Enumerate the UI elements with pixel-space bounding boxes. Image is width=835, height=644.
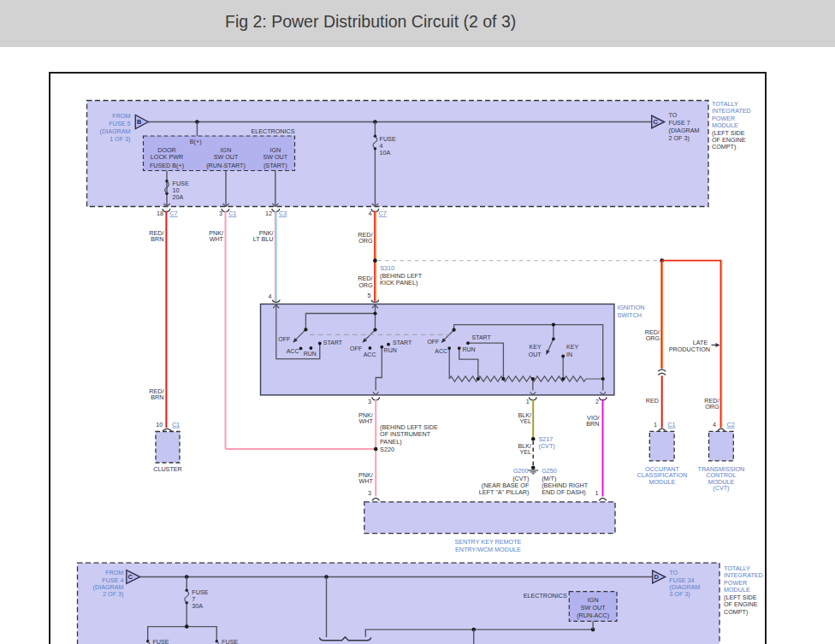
svg-text:LEFT "A" PILLAR): LEFT "A" PILLAR): [479, 488, 530, 496]
svg-text:OFF: OFF: [427, 339, 439, 345]
svg-text:ACC: ACC: [364, 352, 376, 357]
svg-text:BRN: BRN: [151, 235, 163, 243]
svg-text:ENTRY/WCM MODULE: ENTRY/WCM MODULE: [455, 546, 521, 553]
svg-text:(CVT): (CVT): [713, 484, 729, 492]
svg-text:START: START: [472, 334, 492, 340]
svg-text:FROM: FROM: [112, 112, 130, 120]
svg-text:TO: TO: [669, 111, 678, 119]
svg-text:ORG: ORG: [358, 281, 373, 289]
svg-text:B(+): B(+): [190, 138, 202, 145]
svg-text:5: 5: [368, 292, 371, 299]
svg-text:KEY: KEY: [566, 344, 578, 350]
svg-text:(DIAGRAM: (DIAGRAM: [669, 127, 700, 134]
svg-text:4: 4: [368, 210, 371, 217]
svg-text:C1: C1: [228, 210, 236, 217]
svg-text:3: 3: [368, 398, 371, 405]
svg-text:LOCK PWR: LOCK PWR: [151, 153, 183, 161]
svg-text:1: 1: [654, 421, 657, 428]
svg-text:ELECTRONICS: ELECTRONICS: [524, 592, 567, 600]
svg-text:2 OF 3): 2 OF 3): [669, 134, 690, 142]
svg-text:OUT: OUT: [529, 352, 542, 357]
svg-text:C7: C7: [379, 210, 387, 217]
svg-text:MODULE: MODULE: [649, 478, 676, 486]
svg-text:BRN: BRN: [586, 420, 599, 428]
svg-text:(RUN-START): (RUN-START): [206, 162, 246, 169]
svg-text:3 OF 3): 3 OF 3): [669, 590, 690, 598]
svg-text:YEL: YEL: [519, 417, 531, 425]
svg-text:10: 10: [156, 421, 163, 428]
svg-text:LT BLU: LT BLU: [253, 235, 274, 243]
svg-text:C1: C1: [667, 421, 675, 428]
svg-text:2: 2: [595, 398, 599, 405]
svg-text:OFF: OFF: [278, 336, 290, 342]
svg-text:20A: 20A: [173, 193, 184, 201]
svg-text:COMPT): COMPT): [712, 143, 736, 151]
svg-text:C3: C3: [279, 210, 287, 217]
svg-text:1: 1: [526, 398, 530, 405]
svg-text:C1: C1: [172, 421, 180, 428]
svg-text:OFF: OFF: [350, 346, 362, 352]
svg-text:1 OF 3): 1 OF 3): [110, 135, 130, 143]
svg-text:(DIAGRAM: (DIAGRAM: [100, 127, 131, 135]
svg-text:2 OF 3): 2 OF 3): [103, 590, 123, 598]
svg-text:FUSE 7: FUSE 7: [669, 119, 690, 127]
svg-text:SW OUT: SW OUT: [214, 153, 239, 161]
svg-text:D: D: [654, 573, 660, 581]
svg-text:4: 4: [713, 421, 716, 428]
svg-text:10A: 10A: [380, 149, 391, 157]
svg-text:3: 3: [368, 489, 371, 497]
svg-text:PANEL): PANEL): [380, 438, 401, 446]
svg-text:RUN: RUN: [304, 351, 317, 357]
svg-text:IN: IN: [566, 352, 572, 357]
svg-text:18: 18: [157, 210, 163, 217]
svg-text:S220: S220: [380, 446, 394, 453]
svg-text:KEY: KEY: [530, 344, 542, 350]
svg-text:START: START: [393, 340, 412, 346]
svg-text:KICK PANEL): KICK PANEL): [380, 279, 418, 287]
svg-text:SW OUT: SW OUT: [263, 153, 287, 161]
svg-text:ORG: ORG: [705, 403, 720, 411]
svg-text:FUSE 5: FUSE 5: [109, 120, 130, 127]
svg-text:ACC: ACC: [287, 348, 299, 354]
svg-text:B: B: [137, 118, 141, 126]
svg-text:ORG: ORG: [358, 237, 373, 245]
svg-text:RUN: RUN: [462, 346, 475, 352]
svg-text:3: 3: [219, 210, 222, 217]
svg-text:RUN: RUN: [384, 347, 397, 353]
svg-text:12: 12: [265, 210, 272, 217]
svg-text:SWITCH: SWITCH: [618, 311, 642, 319]
svg-text:4: 4: [269, 292, 272, 300]
svg-text:START: START: [323, 340, 343, 346]
svg-text:ORG: ORG: [646, 334, 660, 342]
svg-text:(START): (START): [264, 162, 287, 169]
svg-text:C: C: [654, 118, 659, 126]
svg-text:WHT: WHT: [358, 417, 373, 425]
svg-text:C2: C2: [727, 421, 735, 428]
svg-text:WHT: WHT: [210, 235, 224, 243]
svg-text:ELECTRONICS: ELECTRONICS: [251, 127, 294, 135]
svg-text:WHT: WHT: [358, 477, 373, 485]
svg-text:1: 1: [595, 489, 598, 497]
svg-text:PRODUCTION: PRODUCTION: [669, 346, 710, 353]
svg-text:FUSE: FUSE: [152, 638, 169, 644]
svg-text:FUSE: FUSE: [222, 638, 238, 644]
svg-text:(CVT): (CVT): [539, 442, 555, 450]
svg-text:BRN: BRN: [151, 393, 163, 401]
svg-text:ACC: ACC: [435, 348, 447, 354]
svg-text:CLUSTER: CLUSTER: [153, 465, 182, 473]
svg-text:FUSED B(+): FUSED B(+): [150, 162, 184, 169]
svg-text:END OF DASH): END OF DASH): [542, 488, 586, 496]
svg-text:30A: 30A: [192, 602, 203, 610]
svg-text:(RUN-ACC): (RUN-ACC): [577, 612, 609, 619]
svg-text:YEL: YEL: [519, 448, 531, 456]
svg-text:RED: RED: [646, 397, 659, 405]
svg-text:COMPT): COMPT): [724, 608, 748, 616]
svg-text:C7: C7: [169, 210, 177, 217]
svg-text:C: C: [128, 573, 133, 581]
